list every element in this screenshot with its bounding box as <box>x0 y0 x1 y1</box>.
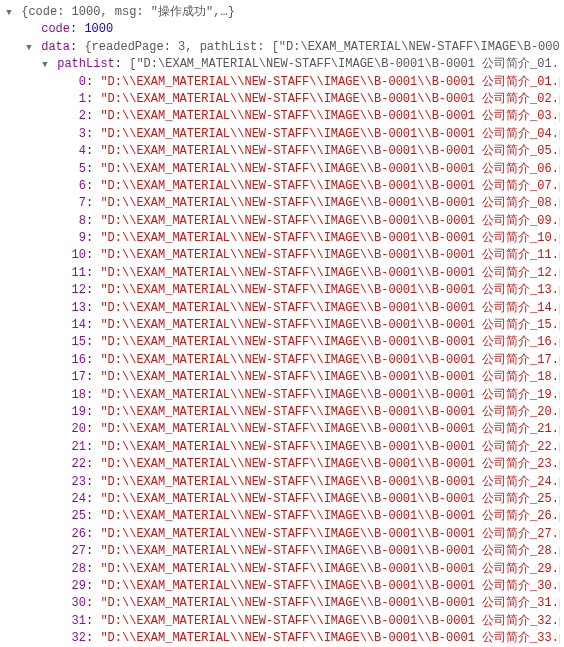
path-item[interactable]: 23: "D:\\EXAM_MATERIAL\\NEW-STAFF\\IMAGE… <box>4 474 560 491</box>
array-index: 2 <box>66 108 86 125</box>
path-item[interactable]: 11: "D:\\EXAM_MATERIAL\\NEW-STAFF\\IMAGE… <box>4 265 560 282</box>
path-item[interactable]: 7: "D:\\EXAM_MATERIAL\\NEW-STAFF\\IMAGE\… <box>4 195 560 212</box>
array-index: 30 <box>66 595 86 612</box>
path-item[interactable]: 4: "D:\\EXAM_MATERIAL\\NEW-STAFF\\IMAGE\… <box>4 143 560 160</box>
path-item[interactable]: 3: "D:\\EXAM_MATERIAL\\NEW-STAFF\\IMAGE\… <box>4 126 560 143</box>
path-value: "D:\\EXAM_MATERIAL\\NEW-STAFF\\IMAGE\\B-… <box>100 527 560 541</box>
expand-toggle-icon[interactable]: ▼ <box>40 59 50 72</box>
array-index: 13 <box>66 300 86 317</box>
array-index: 21 <box>66 439 86 456</box>
path-value: "D:\\EXAM_MATERIAL\\NEW-STAFF\\IMAGE\\B-… <box>100 335 560 349</box>
path-value: "D:\\EXAM_MATERIAL\\NEW-STAFF\\IMAGE\\B-… <box>100 196 560 210</box>
path-value: "D:\\EXAM_MATERIAL\\NEW-STAFF\\IMAGE\\B-… <box>100 388 560 402</box>
path-item[interactable]: 10: "D:\\EXAM_MATERIAL\\NEW-STAFF\\IMAGE… <box>4 247 560 264</box>
path-item[interactable]: 18: "D:\\EXAM_MATERIAL\\NEW-STAFF\\IMAGE… <box>4 387 560 404</box>
array-index: 20 <box>66 421 86 438</box>
path-item[interactable]: 21: "D:\\EXAM_MATERIAL\\NEW-STAFF\\IMAGE… <box>4 439 560 456</box>
path-item[interactable]: 17: "D:\\EXAM_MATERIAL\\NEW-STAFF\\IMAGE… <box>4 369 560 386</box>
path-value: "D:\\EXAM_MATERIAL\\NEW-STAFF\\IMAGE\\B-… <box>100 579 560 593</box>
array-index: 27 <box>66 543 86 560</box>
path-value: "D:\\EXAM_MATERIAL\\NEW-STAFF\\IMAGE\\B-… <box>100 422 560 436</box>
path-value: "D:\\EXAM_MATERIAL\\NEW-STAFF\\IMAGE\\B-… <box>100 214 560 228</box>
path-item[interactable]: 9: "D:\\EXAM_MATERIAL\\NEW-STAFF\\IMAGE\… <box>4 230 560 247</box>
path-value: "D:\\EXAM_MATERIAL\\NEW-STAFF\\IMAGE\\B-… <box>100 266 560 280</box>
path-item[interactable]: 26: "D:\\EXAM_MATERIAL\\NEW-STAFF\\IMAGE… <box>4 526 560 543</box>
root-object[interactable]: ▼ {code: 1000, msg: "操作成功",…} <box>4 4 560 21</box>
array-index: 14 <box>66 317 86 334</box>
array-index: 18 <box>66 387 86 404</box>
path-item[interactable]: 20: "D:\\EXAM_MATERIAL\\NEW-STAFF\\IMAGE… <box>4 421 560 438</box>
path-item[interactable]: 12: "D:\\EXAM_MATERIAL\\NEW-STAFF\\IMAGE… <box>4 282 560 299</box>
path-value: "D:\\EXAM_MATERIAL\\NEW-STAFF\\IMAGE\\B-… <box>100 301 560 315</box>
path-item[interactable]: 30: "D:\\EXAM_MATERIAL\\NEW-STAFF\\IMAGE… <box>4 595 560 612</box>
array-index: 25 <box>66 508 86 525</box>
path-value: "D:\\EXAM_MATERIAL\\NEW-STAFF\\IMAGE\\B-… <box>100 109 560 123</box>
path-value: "D:\\EXAM_MATERIAL\\NEW-STAFF\\IMAGE\\B-… <box>100 318 560 332</box>
root-preview: {code: 1000, msg: "操作成功",…} <box>21 5 235 19</box>
path-item[interactable]: 14: "D:\\EXAM_MATERIAL\\NEW-STAFF\\IMAGE… <box>4 317 560 334</box>
expand-toggle-icon[interactable]: ▼ <box>24 42 34 55</box>
path-item[interactable]: 32: "D:\\EXAM_MATERIAL\\NEW-STAFF\\IMAGE… <box>4 630 560 647</box>
path-value: "D:\\EXAM_MATERIAL\\NEW-STAFF\\IMAGE\\B-… <box>100 492 560 506</box>
path-value: "D:\\EXAM_MATERIAL\\NEW-STAFF\\IMAGE\\B-… <box>100 248 560 262</box>
path-item[interactable]: 29: "D:\\EXAM_MATERIAL\\NEW-STAFF\\IMAGE… <box>4 578 560 595</box>
array-index: 15 <box>66 334 86 351</box>
path-item[interactable]: 8: "D:\\EXAM_MATERIAL\\NEW-STAFF\\IMAGE\… <box>4 213 560 230</box>
path-value: "D:\\EXAM_MATERIAL\\NEW-STAFF\\IMAGE\\B-… <box>100 405 560 419</box>
array-index: 3 <box>66 126 86 143</box>
array-index: 5 <box>66 161 86 178</box>
path-item[interactable]: 31: "D:\\EXAM_MATERIAL\\NEW-STAFF\\IMAGE… <box>4 613 560 630</box>
path-item[interactable]: 1: "D:\\EXAM_MATERIAL\\NEW-STAFF\\IMAGE\… <box>4 91 560 108</box>
array-index: 6 <box>66 178 86 195</box>
array-index: 23 <box>66 474 86 491</box>
path-value: "D:\\EXAM_MATERIAL\\NEW-STAFF\\IMAGE\\B-… <box>100 162 560 176</box>
path-value: "D:\\EXAM_MATERIAL\\NEW-STAFF\\IMAGE\\B-… <box>100 370 560 384</box>
path-item[interactable]: 5: "D:\\EXAM_MATERIAL\\NEW-STAFF\\IMAGE\… <box>4 161 560 178</box>
array-index: 22 <box>66 456 86 473</box>
path-value: "D:\\EXAM_MATERIAL\\NEW-STAFF\\IMAGE\\B-… <box>100 614 560 628</box>
path-value: "D:\\EXAM_MATERIAL\\NEW-STAFF\\IMAGE\\B-… <box>100 92 560 106</box>
path-value: "D:\\EXAM_MATERIAL\\NEW-STAFF\\IMAGE\\B-… <box>100 440 560 454</box>
path-item[interactable]: 19: "D:\\EXAM_MATERIAL\\NEW-STAFF\\IMAGE… <box>4 404 560 421</box>
path-value: "D:\\EXAM_MATERIAL\\NEW-STAFF\\IMAGE\\B-… <box>100 75 560 89</box>
path-value: "D:\\EXAM_MATERIAL\\NEW-STAFF\\IMAGE\\B-… <box>100 144 560 158</box>
path-value: "D:\\EXAM_MATERIAL\\NEW-STAFF\\IMAGE\\B-… <box>100 562 560 576</box>
array-index: 32 <box>66 630 86 647</box>
expand-toggle-icon[interactable]: ▼ <box>4 7 14 20</box>
array-index: 31 <box>66 613 86 630</box>
pathlist-property[interactable]: ▼ pathList: ["D:\EXAM_MATERIAL\NEW-STAFF… <box>4 56 560 73</box>
array-index: 19 <box>66 404 86 421</box>
data-key: data <box>41 40 70 54</box>
path-item[interactable]: 25: "D:\\EXAM_MATERIAL\\NEW-STAFF\\IMAGE… <box>4 508 560 525</box>
code-property[interactable]: code: 1000 <box>4 21 560 38</box>
path-item[interactable]: 16: "D:\\EXAM_MATERIAL\\NEW-STAFF\\IMAGE… <box>4 352 560 369</box>
array-index: 10 <box>66 247 86 264</box>
path-value: "D:\\EXAM_MATERIAL\\NEW-STAFF\\IMAGE\\B-… <box>100 544 560 558</box>
path-item[interactable]: 0: "D:\\EXAM_MATERIAL\\NEW-STAFF\\IMAGE\… <box>4 74 560 91</box>
array-index: 28 <box>66 561 86 578</box>
array-index: 24 <box>66 491 86 508</box>
path-item[interactable]: 15: "D:\\EXAM_MATERIAL\\NEW-STAFF\\IMAGE… <box>4 334 560 351</box>
path-value: "D:\\EXAM_MATERIAL\\NEW-STAFF\\IMAGE\\B-… <box>100 596 560 610</box>
array-index: 7 <box>66 195 86 212</box>
array-index: 12 <box>66 282 86 299</box>
path-value: "D:\\EXAM_MATERIAL\\NEW-STAFF\\IMAGE\\B-… <box>100 179 560 193</box>
data-property[interactable]: ▼ data: {readedPage: 3, pathList: ["D:\E… <box>4 39 560 56</box>
path-value: "D:\\EXAM_MATERIAL\\NEW-STAFF\\IMAGE\\B-… <box>100 353 560 367</box>
path-item[interactable]: 28: "D:\\EXAM_MATERIAL\\NEW-STAFF\\IMAGE… <box>4 561 560 578</box>
path-value: "D:\\EXAM_MATERIAL\\NEW-STAFF\\IMAGE\\B-… <box>100 231 560 245</box>
array-index: 17 <box>66 369 86 386</box>
pathlist-key: pathList <box>57 57 115 71</box>
path-item[interactable]: 27: "D:\\EXAM_MATERIAL\\NEW-STAFF\\IMAGE… <box>4 543 560 560</box>
code-value: 1000 <box>84 22 113 36</box>
pathlist-preview: ["D:\EXAM_MATERIAL\NEW-STAFF\IMAGE\B-000… <box>129 57 560 71</box>
path-item[interactable]: 2: "D:\\EXAM_MATERIAL\\NEW-STAFF\\IMAGE\… <box>4 108 560 125</box>
path-item[interactable]: 13: "D:\\EXAM_MATERIAL\\NEW-STAFF\\IMAGE… <box>4 300 560 317</box>
array-index: 4 <box>66 143 86 160</box>
path-item[interactable]: 22: "D:\\EXAM_MATERIAL\\NEW-STAFF\\IMAGE… <box>4 456 560 473</box>
path-item[interactable]: 6: "D:\\EXAM_MATERIAL\\NEW-STAFF\\IMAGE\… <box>4 178 560 195</box>
path-value: "D:\\EXAM_MATERIAL\\NEW-STAFF\\IMAGE\\B-… <box>100 127 560 141</box>
array-index: 29 <box>66 578 86 595</box>
path-item[interactable]: 24: "D:\\EXAM_MATERIAL\\NEW-STAFF\\IMAGE… <box>4 491 560 508</box>
array-index: 0 <box>66 74 86 91</box>
